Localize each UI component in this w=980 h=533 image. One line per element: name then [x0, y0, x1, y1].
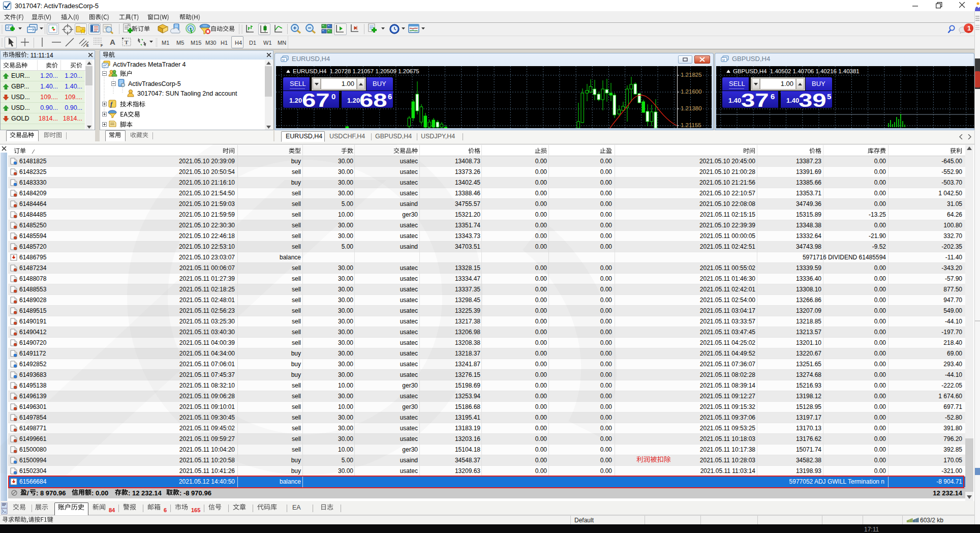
svg-text:T: T	[125, 39, 129, 45]
svg-text:M: M	[282, 58, 285, 62]
svg-text:F: F	[101, 44, 103, 47]
svg-text:E: E	[86, 44, 89, 47]
svg-text:M: M	[722, 58, 725, 62]
